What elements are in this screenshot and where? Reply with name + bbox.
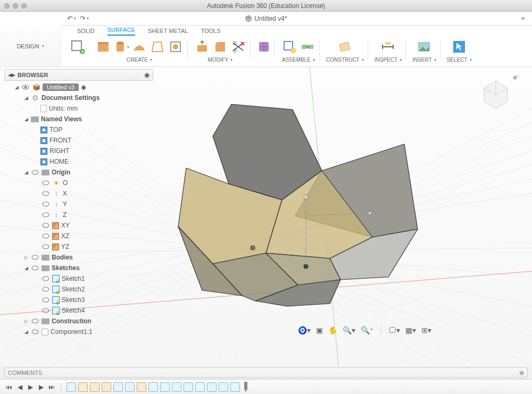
activate-radio-icon[interactable]: ◉ [81, 83, 86, 91]
viewport[interactable]: ◀▶ BROWSER ◉ 📦Untitled v3◉ ⚙Document Set… [0, 67, 532, 366]
orbit-icon[interactable]: 🧿▾ [298, 326, 311, 334]
visibility-icon[interactable] [21, 85, 30, 90]
revolve-icon[interactable] [113, 39, 129, 55]
tree-sketch3[interactable]: Sketch3 [4, 295, 153, 305]
timeline-feature[interactable] [172, 382, 181, 392]
comments-expand-icon[interactable]: ⊕ [519, 370, 524, 376]
new-component-icon[interactable] [281, 39, 297, 55]
component-icon [41, 329, 48, 336]
tool-sculpt[interactable] [253, 38, 275, 66]
browser-header[interactable]: ◀▶ BROWSER ◉ [4, 69, 153, 81]
tree-construction[interactable]: Construction [4, 316, 153, 326]
construct-label[interactable]: CONSTRUCT [326, 57, 364, 63]
tree-sketches[interactable]: Sketches [4, 263, 153, 273]
comments-bar[interactable]: COMMENTS ⊕ [4, 367, 528, 378]
tree-origin-x[interactable]: X [4, 188, 153, 199]
timeline-feature[interactable] [195, 382, 205, 392]
tree-sketch4[interactable]: Sketch4 [4, 305, 153, 316]
create-label[interactable]: CREATE [127, 57, 152, 63]
tree-origin[interactable]: Origin [4, 167, 153, 178]
axis-icon [52, 200, 61, 208]
timeline-play-icon[interactable]: ▶ [27, 383, 34, 391]
tree-view-top[interactable]: TOP [4, 124, 153, 135]
doc-settings-label: Document Settings [41, 94, 99, 102]
timeline-feature[interactable] [230, 382, 240, 392]
navigation-bar: 🧿▾ ▣ ✋ 🔍▾ 🔍⁺ 🖵▾ ▦▾ ⊞▾ [298, 326, 431, 334]
tree-sketch1[interactable]: Sketch1 [4, 273, 153, 284]
tree-doc-settings[interactable]: ⚙Document Settings [4, 93, 153, 103]
bodies-label: Bodies [52, 254, 73, 261]
tree-origin-xz[interactable]: XZ [4, 231, 153, 241]
tree-origin-z[interactable]: Z [4, 209, 153, 220]
patch-icon[interactable] [168, 39, 184, 55]
press-pull-icon[interactable] [194, 39, 210, 55]
assemble-label[interactable]: ASSEMBLE [282, 57, 315, 63]
timeline-feature[interactable] [90, 382, 99, 392]
gear-icon: ⚙ [31, 94, 39, 102]
tree-view-home[interactable]: HOME [4, 156, 153, 167]
select-label[interactable]: SELECT [447, 57, 472, 63]
extrude-icon[interactable] [95, 39, 111, 55]
viewport-layout-icon[interactable]: ⊞▾ [421, 326, 431, 334]
modify-label[interactable]: MODIFY [208, 57, 233, 63]
fillet-icon[interactable] [212, 39, 228, 55]
pan-icon[interactable]: ✋ [328, 326, 337, 334]
tree-view-front[interactable]: FRONT [4, 135, 153, 146]
timeline-items[interactable] [66, 382, 247, 392]
tab-surface[interactable]: SURFACE [107, 27, 135, 36]
tab-solid[interactable]: SOLID [77, 28, 95, 36]
timeline-feature[interactable] [160, 382, 170, 392]
svg-rect-30 [306, 46, 309, 48]
zoom-icon[interactable]: 🔍▾ [343, 326, 355, 334]
tree-view-right[interactable]: RIGHT [4, 146, 153, 156]
timeline-next-icon[interactable]: ▶ [37, 383, 45, 391]
joint-icon[interactable] [300, 39, 315, 55]
timeline-start-icon[interactable]: ⏮ [5, 383, 13, 391]
tree-units[interactable]: Units: mm [4, 103, 153, 114]
timeline-end-icon[interactable]: ⏭ [48, 383, 55, 391]
timeline-feature[interactable] [219, 382, 228, 392]
timeline-feature[interactable] [102, 382, 111, 392]
folder-icon [41, 170, 49, 175]
measure-icon[interactable] [380, 39, 396, 55]
tree-origin-o[interactable]: ✦O [4, 178, 153, 188]
tree-component1[interactable]: Component1:1 [4, 326, 153, 337]
timeline-feature[interactable] [113, 382, 123, 392]
timeline-feature[interactable] [66, 382, 76, 392]
timeline-playhead[interactable] [244, 382, 247, 392]
look-at-icon[interactable]: ▣ [316, 326, 323, 334]
sweep-icon[interactable] [131, 39, 147, 55]
tree-root[interactable]: 📦Untitled v3◉ [4, 82, 153, 93]
inspect-label[interactable]: INSPECT [375, 57, 402, 63]
tree-origin-y[interactable]: Y [4, 199, 153, 209]
tree-origin-xy[interactable]: XY [4, 220, 153, 231]
tool-new-sketch[interactable] [66, 38, 89, 66]
tree-bodies[interactable]: Bodies [4, 252, 153, 263]
trim-icon[interactable] [230, 39, 246, 55]
grid-settings-icon[interactable]: ▦▾ [405, 326, 416, 334]
insert-label[interactable]: INSERT [412, 57, 436, 63]
insert-decal-icon[interactable] [416, 39, 432, 55]
timeline-feature[interactable] [78, 382, 88, 392]
tree-sketch2[interactable]: Sketch2 [4, 284, 153, 295]
tree-origin-yz[interactable]: YZ [4, 241, 153, 252]
timeline-feature[interactable] [148, 382, 158, 392]
tree-named-views[interactable]: Named Views [4, 114, 153, 124]
timeline-prev-icon[interactable]: ◀ [16, 383, 23, 391]
viewcube[interactable] [469, 71, 522, 116]
timeline-feature[interactable] [137, 382, 146, 392]
document-tab[interactable]: Untitled v4* [0, 15, 532, 22]
timeline-feature[interactable] [184, 382, 193, 392]
tab-tools[interactable]: TOOLS [201, 28, 220, 36]
loft-icon[interactable] [149, 39, 165, 55]
view-icon [40, 127, 47, 133]
display-settings-icon[interactable]: 🖵▾ [389, 326, 400, 334]
timeline-feature[interactable] [207, 382, 217, 392]
fit-icon[interactable]: 🔍⁺ [361, 326, 373, 334]
timeline-feature[interactable] [125, 382, 135, 392]
workspace-switcher[interactable]: DESIGN [0, 26, 61, 66]
select-icon[interactable] [451, 39, 467, 55]
plane-icon[interactable] [337, 39, 353, 55]
browser-options-icon[interactable]: ◉ [144, 71, 149, 79]
tab-sheet-metal[interactable]: SHEET METAL [148, 28, 188, 36]
